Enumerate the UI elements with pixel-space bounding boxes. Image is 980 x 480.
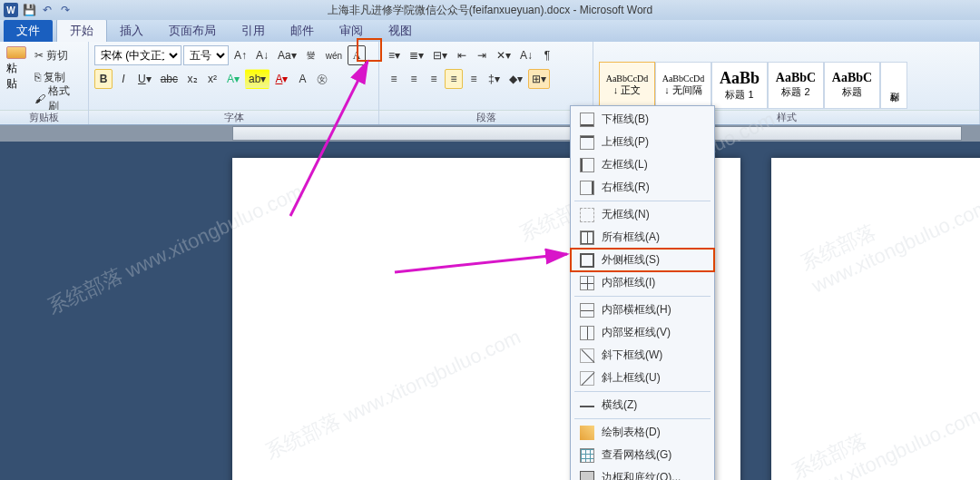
- increase-indent-button[interactable]: ⇥: [473, 45, 491, 65]
- phonetic-guide-button[interactable]: 變: [302, 45, 320, 65]
- menu-item-diagu[interactable]: 斜上框线(U): [571, 367, 714, 389]
- tab-file[interactable]: 文件: [4, 20, 53, 42]
- clear-format-button[interactable]: wén: [322, 45, 346, 65]
- menu-item-all[interactable]: 所有框线(A): [571, 226, 714, 249]
- shrink-font-button[interactable]: A↓: [252, 45, 272, 65]
- character-shading-button[interactable]: A: [293, 69, 311, 89]
- menu-item-label: 横线(Z): [602, 397, 637, 413]
- outer-border-icon: [580, 253, 594, 268]
- menu-item-right[interactable]: 右框线(R): [571, 176, 714, 199]
- menu-item-innerh[interactable]: 内部横框线(H): [571, 299, 714, 321]
- format-painter-button[interactable]: 🖌格式刷: [31, 89, 83, 109]
- paste-button[interactable]: 粘贴: [5, 45, 27, 93]
- scissors-icon: ✂: [34, 49, 44, 62]
- grow-font-button[interactable]: A↑: [230, 45, 250, 65]
- tab-references[interactable]: 引用: [229, 20, 278, 42]
- character-border-button[interactable]: A: [348, 45, 366, 65]
- menu-item-bottom[interactable]: 下框线(B): [571, 108, 714, 131]
- menu-item-outer[interactable]: 外侧框线(S): [571, 249, 714, 271]
- style-heading1[interactable]: AaBb标题 1: [711, 62, 768, 109]
- italic-button[interactable]: I: [114, 69, 132, 89]
- group-paragraph: ≡▾ ≣▾ ⊟▾ ⇤ ⇥ ✕▾ A↓ ¶ ≡ ≡ ≡ ≡ ≡ ‡▾ ◆▾ ⊞▾ …: [379, 42, 593, 124]
- menu-item-diagd[interactable]: 斜下框线(W): [571, 344, 714, 367]
- sort-button[interactable]: A↓: [516, 45, 536, 65]
- tab-insert[interactable]: 插入: [107, 20, 156, 42]
- right-border-icon: [580, 181, 594, 195]
- document-workspace[interactable]: [0, 142, 980, 480]
- font-color-button[interactable]: A▾: [271, 69, 291, 89]
- style-subtitle[interactable]: 副标: [880, 62, 907, 109]
- menu-item-left[interactable]: 左框线(L): [571, 153, 714, 176]
- style-heading2[interactable]: AaBbC标题 2: [768, 62, 824, 109]
- brush-icon: 🖌: [34, 93, 45, 105]
- left-border-icon: [580, 158, 594, 172]
- style-nospacing[interactable]: AaBbCcDd↓ 无间隔: [655, 62, 711, 109]
- strikethrough-button[interactable]: abc: [157, 69, 181, 89]
- text-effects-button[interactable]: A▾: [223, 69, 243, 89]
- inner-border-icon: [580, 276, 594, 290]
- menu-item-shade[interactable]: 边框和底纹(O)...: [571, 466, 714, 480]
- style-title[interactable]: AaBbC标题: [824, 62, 880, 109]
- top-border-icon: [580, 135, 594, 150]
- paste-icon: [6, 46, 26, 59]
- cut-button[interactable]: ✂剪切: [31, 45, 74, 65]
- tab-review[interactable]: 审阅: [327, 20, 376, 42]
- superscript-button[interactable]: x²: [203, 69, 221, 89]
- shade-border-icon: [580, 471, 594, 481]
- menu-item-label: 查看网格线(G): [602, 447, 671, 463]
- title-bar: W 💾 ↶ ↷ 上海非凡进修学院微信公众号(feifanxueyuan).doc…: [0, 0, 980, 20]
- style-normal[interactable]: AaBbCcDd↓ 正文: [599, 62, 655, 109]
- distribute-button[interactable]: ≡: [465, 69, 483, 89]
- tab-home[interactable]: 开始: [56, 19, 107, 42]
- menu-item-grid[interactable]: 查看网格线(G): [571, 444, 714, 466]
- align-center-button[interactable]: ≡: [405, 69, 423, 89]
- undo-icon[interactable]: ↶: [40, 3, 54, 17]
- line-spacing-button[interactable]: ‡▾: [485, 69, 504, 89]
- highlight-button[interactable]: ab▾: [245, 69, 270, 89]
- all-border-icon: [580, 230, 594, 245]
- document-page-2[interactable]: [771, 158, 980, 480]
- quick-access-toolbar: W 💾 ↶ ↷: [4, 3, 73, 17]
- save-icon[interactable]: 💾: [22, 3, 36, 17]
- subscript-button[interactable]: x₂: [183, 69, 201, 89]
- asian-layout-button[interactable]: ✕▾: [493, 45, 514, 65]
- align-left-button[interactable]: ≡: [385, 69, 403, 89]
- word-app-icon[interactable]: W: [4, 3, 18, 17]
- multilevel-button[interactable]: ⊟▾: [429, 45, 451, 65]
- innerv-border-icon: [580, 326, 594, 340]
- draw-border-icon: [580, 426, 594, 440]
- window-title: 上海非凡进修学院微信公众号(feifanxueyuan).docx - Micr…: [328, 3, 653, 18]
- justify-button[interactable]: ≡: [445, 69, 463, 89]
- redo-icon[interactable]: ↷: [58, 3, 73, 17]
- change-case-button[interactable]: Aa▾: [274, 45, 300, 65]
- menu-item-draw[interactable]: 绘制表格(D): [571, 421, 714, 444]
- copy-icon: ⎘: [34, 71, 41, 83]
- menu-separator: [574, 201, 710, 201]
- decrease-indent-button[interactable]: ⇤: [453, 45, 471, 65]
- menu-item-hr[interactable]: 横线(Z): [571, 394, 714, 416]
- tab-mailings[interactable]: 邮件: [278, 20, 327, 42]
- tab-layout[interactable]: 页面布局: [156, 20, 229, 42]
- bullets-button[interactable]: ≡▾: [385, 45, 404, 65]
- group-clipboard-label: 剪贴板: [0, 110, 88, 123]
- font-size-combo[interactable]: 五号: [183, 45, 229, 65]
- menu-item-top[interactable]: 上框线(P): [571, 131, 714, 153]
- menu-item-label: 左框线(L): [602, 157, 648, 172]
- menu-item-label: 无框线(N): [602, 207, 650, 222]
- tab-view[interactable]: 视图: [376, 20, 425, 42]
- bold-button[interactable]: B: [94, 69, 113, 89]
- underline-button[interactable]: U▾: [134, 69, 155, 89]
- menu-item-innerv[interactable]: 内部竖框线(V): [571, 321, 714, 344]
- align-right-button[interactable]: ≡: [425, 69, 443, 89]
- show-marks-button[interactable]: ¶: [538, 45, 556, 65]
- enclose-characters-button[interactable]: ㊛: [313, 69, 331, 89]
- numbering-button[interactable]: ≣▾: [406, 45, 427, 65]
- menu-item-none[interactable]: 无框线(N): [571, 203, 714, 226]
- shading-button[interactable]: ◆▾: [505, 69, 526, 89]
- borders-button[interactable]: ⊞▾: [528, 69, 550, 89]
- group-font: 宋体 (中文正文) 五号 A↑ A↓ Aa▾ 變 wén A B I U▾ ab…: [89, 42, 379, 124]
- menu-item-label: 内部框线(I): [602, 275, 655, 290]
- menu-item-inner[interactable]: 内部框线(I): [571, 271, 714, 294]
- menu-item-label: 上框线(P): [602, 134, 649, 150]
- font-name-combo[interactable]: 宋体 (中文正文): [94, 45, 181, 65]
